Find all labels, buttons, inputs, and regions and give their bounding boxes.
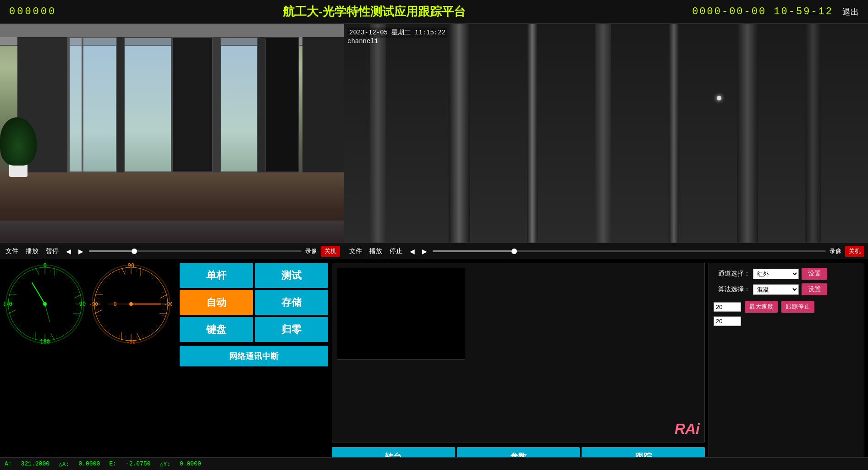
left-record-button[interactable]: 录像 [305,247,317,255]
plant-leaves [0,117,37,166]
right-prev-button[interactable]: ◀ [408,247,417,256]
app-title: 航工大-光学特性测试应用跟踪平台 [283,4,466,20]
svg-line-68 [152,329,154,332]
bottom-section: 0 90 180 270 [0,259,868,470]
store-button[interactable]: 存储 [255,290,328,315]
door-frame-2 [117,37,124,173]
svg-line-82 [125,269,125,272]
header-right: 0000-00-00 10-59-12 退出 [692,6,859,17]
status-a-value: 321.2000 [21,460,49,467]
svg-line-34 [17,281,20,283]
left-prev-button[interactable]: ◀ [64,247,73,256]
zero-button[interactable]: 归零 [255,317,328,342]
svg-line-72 [119,334,120,338]
svg-line-19 [77,298,80,298]
svg-text:270: 270 [4,301,12,307]
svg-line-27 [33,334,34,338]
channel-set-button[interactable]: 设置 [802,268,827,280]
svg-line-79 [104,281,106,283]
svg-line-65 [163,310,166,310]
algo-select[interactable]: 混凝 算法1 [753,284,799,295]
system-id: 000000 [9,6,56,17]
svg-text:90: 90 [79,301,86,307]
left-pause-button[interactable]: 暂停 [44,246,60,256]
left-shutdown-button[interactable]: 关机 [321,246,340,257]
svg-line-15 [56,271,57,274]
svg-line-14 [50,269,51,272]
control-buttons-panel: 单杆 测试 自动 存储 键盘 归零 网络通讯中断 [180,263,328,466]
svg-line-13 [51,268,58,276]
svg-line-62 [156,281,159,283]
svg-text:180: 180 [40,338,50,345]
svg-line-42 [32,281,45,306]
btn-row-3: 键盘 归零 [180,317,328,342]
header: 000000 航工大-光学特性测试应用跟踪平台 0000-00-00 10-59… [0,0,868,24]
svg-line-16 [66,276,68,279]
svg-line-24 [56,334,57,338]
right-stop-button[interactable]: 停止 [388,246,404,256]
svg-line-64 [163,298,166,298]
svg-line-17 [70,281,72,283]
ir-struct-3 [527,24,538,243]
right-next-button[interactable]: ▶ [420,247,429,256]
svg-line-76 [96,310,99,310]
right-play-button[interactable]: 播放 [368,246,384,256]
svg-line-36 [33,271,34,274]
right-record-button[interactable]: 录像 [830,247,841,255]
right-panel: RAi 转台 参数 跟踪 通道选择： 红外 可见 设置 算法选择： 混凝 [332,263,864,466]
right-progress-fill [433,250,511,252]
svg-line-25 [50,336,51,339]
svg-line-28 [22,329,24,332]
left-video-column: 文件 播放 暂停 ◀ ▶ 录像 关机 [0,24,344,259]
rai-label: RAi [675,420,700,437]
left-play-button[interactable]: 播放 [24,246,40,256]
left-file-button[interactable]: 文件 [4,246,20,256]
max-speed-button[interactable]: 最大速度 [745,301,778,313]
svg-line-74 [104,325,106,327]
svg-line-10 [9,291,16,298]
keyboard-button[interactable]: 键盘 [180,317,253,342]
svg-line-70 [137,336,137,339]
btn-row-2: 自动 存储 [180,290,328,315]
svg-line-31 [10,310,13,310]
exit-button[interactable]: 退出 [842,6,859,17]
left-progress-bar[interactable] [89,250,302,252]
ir-struct-7 [805,24,821,243]
svg-line-59 [137,269,137,272]
door-frame-4 [258,37,265,173]
svg-text:0: 0 [43,263,46,269]
svg-line-32 [10,298,13,298]
single-rod-button[interactable]: 单杆 [180,263,253,288]
right-progress-thumb [511,249,517,254]
svg-line-29 [17,325,20,327]
network-button[interactable]: 网络通讯中断 [180,346,328,366]
input-field-1[interactable] [714,302,741,312]
algo-set-button[interactable]: 设置 [802,283,827,295]
video-timestamp: 2023-12-05 星期二 11:15:22 [347,28,447,38]
speed-row-1: 最大速度 跟踪停止 [714,301,859,313]
svg-line-33 [11,292,15,293]
left-progress-fill [89,250,132,252]
svg-line-49 [159,310,167,317]
wall-right [302,37,344,173]
channel-row: 通道选择： 红外 可见 设置 [714,268,859,280]
right-control-bar: 文件 播放 停止 ◀ ▶ 录像 关机 [344,243,868,259]
right-video-feed: 2023-12-05 星期二 11:15:22 channel1 [344,24,868,243]
right-shutdown-button[interactable]: 关机 [845,246,864,257]
algo-label: 算法选择： [714,285,750,293]
stop-track-button[interactable]: 跟踪停止 [781,301,814,313]
auto-button[interactable]: 自动 [180,290,253,315]
svg-line-78 [98,292,101,293]
video-section: 文件 播放 暂停 ◀ ▶ 录像 关机 [0,24,868,259]
algo-row: 算法选择： 混凝 算法1 设置 [714,283,859,295]
svg-line-4 [73,310,81,317]
channel-select[interactable]: 红外 可见 [753,269,799,279]
input-field-2[interactable] [714,316,741,326]
left-next-button[interactable]: ▶ [77,247,85,256]
test-button[interactable]: 测试 [255,263,328,288]
right-progress-bar[interactable] [433,250,826,252]
right-file-button[interactable]: 文件 [347,246,364,256]
svg-line-23 [66,329,68,332]
preview-section: RAi 转台 参数 跟踪 [332,263,705,466]
status-bar: A: 321.2000 △X: 0.0000 E: -2.0750 △Y: 0.… [0,457,868,470]
